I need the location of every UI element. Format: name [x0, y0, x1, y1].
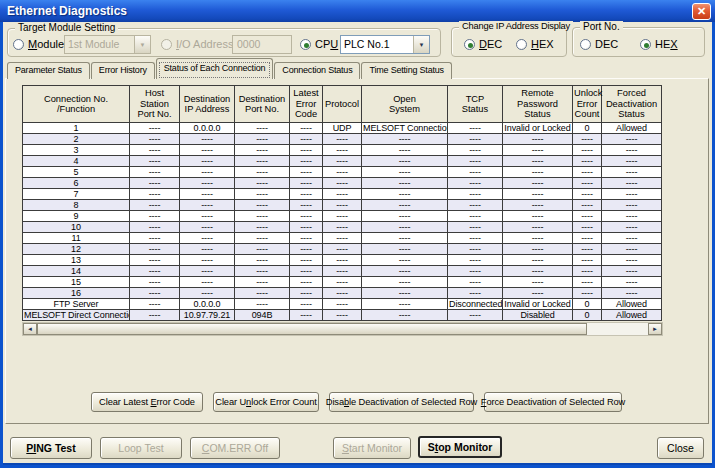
stop-monitor-button[interactable]: Stop Monitor	[418, 436, 502, 458]
cell[interactable]: ----	[448, 178, 503, 189]
cell[interactable]: ----	[323, 244, 362, 255]
row-label[interactable]: 4	[23, 156, 130, 167]
cell[interactable]: ----	[503, 288, 573, 299]
cell[interactable]: ----	[448, 211, 503, 222]
table-row[interactable]: 5---------------------------------------…	[23, 167, 662, 178]
cell[interactable]: ----	[362, 156, 448, 167]
cell[interactable]: ----	[323, 167, 362, 178]
cell[interactable]: ----	[323, 288, 362, 299]
cell[interactable]: ----	[235, 167, 290, 178]
cell[interactable]: 0.0.0.0	[180, 299, 235, 310]
cell[interactable]: ----	[130, 299, 180, 310]
cell[interactable]: ----	[290, 222, 323, 233]
ping-test-button[interactable]: PING Test	[10, 437, 92, 459]
row-label[interactable]: 1	[23, 123, 130, 134]
cell[interactable]: ----	[180, 211, 235, 222]
cell[interactable]: ----	[290, 255, 323, 266]
cell[interactable]: ----	[180, 189, 235, 200]
cell[interactable]: ----	[602, 145, 662, 156]
cell[interactable]: 0	[573, 310, 602, 321]
cell[interactable]: ----	[573, 277, 602, 288]
cpu-radio[interactable]: CPU	[300, 38, 338, 50]
row-label[interactable]: 14	[23, 266, 130, 277]
row-label[interactable]: 10	[23, 222, 130, 233]
cell[interactable]: ----	[448, 310, 503, 321]
cpu-select[interactable]: PLC No.1 ▼	[340, 35, 430, 54]
cell[interactable]: ----	[573, 255, 602, 266]
table-row[interactable]: 16--------------------------------------…	[23, 288, 662, 299]
row-label[interactable]: 15	[23, 277, 130, 288]
row-label[interactable]: 2	[23, 134, 130, 145]
cell[interactable]: ----	[503, 189, 573, 200]
cell[interactable]: ----	[448, 200, 503, 211]
cell[interactable]: ----	[448, 145, 503, 156]
cell[interactable]: ----	[180, 167, 235, 178]
cell[interactable]: ----	[448, 244, 503, 255]
cell[interactable]: ----	[235, 189, 290, 200]
cell[interactable]: Allowed	[602, 123, 662, 134]
table-row[interactable]: 9---------------------------------------…	[23, 211, 662, 222]
cell[interactable]: ----	[180, 134, 235, 145]
cell[interactable]: ----	[503, 277, 573, 288]
cell[interactable]: ----	[290, 211, 323, 222]
radio-selected-icon[interactable]	[464, 39, 475, 50]
cell[interactable]: ----	[290, 299, 323, 310]
cell[interactable]: ----	[362, 255, 448, 266]
cell[interactable]: ----	[503, 178, 573, 189]
table-row[interactable]: 13--------------------------------------…	[23, 255, 662, 266]
cell[interactable]: ----	[503, 211, 573, 222]
table-row[interactable]: 1----0.0.0.0--------UDPMELSOFT Connectio…	[23, 123, 662, 134]
cell[interactable]: ----	[180, 277, 235, 288]
row-label[interactable]: 3	[23, 145, 130, 156]
cell[interactable]: ----	[290, 167, 323, 178]
cell[interactable]: Allowed	[602, 299, 662, 310]
horizontal-scrollbar[interactable]: ◄ ►	[22, 322, 663, 336]
row-label[interactable]: MELSOFT Direct Connection	[23, 310, 130, 321]
table-row[interactable]: 3---------------------------------------…	[23, 145, 662, 156]
cell[interactable]: ----	[503, 134, 573, 145]
radio-circle-icon[interactable]	[161, 39, 172, 50]
cell[interactable]: ----	[180, 156, 235, 167]
cell[interactable]: ----	[362, 211, 448, 222]
cell[interactable]: ----	[448, 233, 503, 244]
scroll-left-icon[interactable]: ◄	[23, 323, 37, 335]
cell[interactable]: ----	[448, 288, 503, 299]
radio-circle-icon[interactable]	[580, 39, 591, 50]
cell[interactable]: ----	[503, 266, 573, 277]
cell[interactable]: ----	[602, 288, 662, 299]
cell[interactable]: ----	[290, 189, 323, 200]
cell[interactable]: ----	[130, 288, 180, 299]
cell[interactable]: 094B	[235, 310, 290, 321]
cell[interactable]: ----	[180, 255, 235, 266]
cell[interactable]: ----	[573, 233, 602, 244]
cell[interactable]: ----	[503, 222, 573, 233]
table-row[interactable]: 12--------------------------------------…	[23, 244, 662, 255]
cell[interactable]: ----	[362, 134, 448, 145]
cell[interactable]: ----	[503, 156, 573, 167]
row-label[interactable]: 11	[23, 233, 130, 244]
cell[interactable]: ----	[290, 123, 323, 134]
cell[interactable]: ----	[130, 233, 180, 244]
cell[interactable]: ----	[290, 244, 323, 255]
cell[interactable]: ----	[362, 277, 448, 288]
cell[interactable]: ----	[323, 310, 362, 321]
tab-error-history[interactable]: Error History	[91, 62, 155, 79]
cell[interactable]: ----	[235, 299, 290, 310]
table-row[interactable]: 4---------------------------------------…	[23, 156, 662, 167]
cell[interactable]: ----	[290, 266, 323, 277]
cell[interactable]: ----	[180, 145, 235, 156]
cell[interactable]: ----	[362, 244, 448, 255]
row-label[interactable]: 6	[23, 178, 130, 189]
cell[interactable]: ----	[602, 222, 662, 233]
radio-selected-icon[interactable]	[300, 39, 311, 50]
scroll-right-icon[interactable]: ►	[648, 323, 662, 335]
row-label[interactable]: 16	[23, 288, 130, 299]
cell[interactable]: ----	[362, 189, 448, 200]
ip-hex-radio[interactable]: HEX	[516, 38, 554, 50]
cell[interactable]: ----	[323, 233, 362, 244]
cell[interactable]: ----	[362, 310, 448, 321]
row-label[interactable]: 13	[23, 255, 130, 266]
cell[interactable]: ----	[180, 233, 235, 244]
cell[interactable]: ----	[573, 222, 602, 233]
cell[interactable]: ----	[448, 156, 503, 167]
